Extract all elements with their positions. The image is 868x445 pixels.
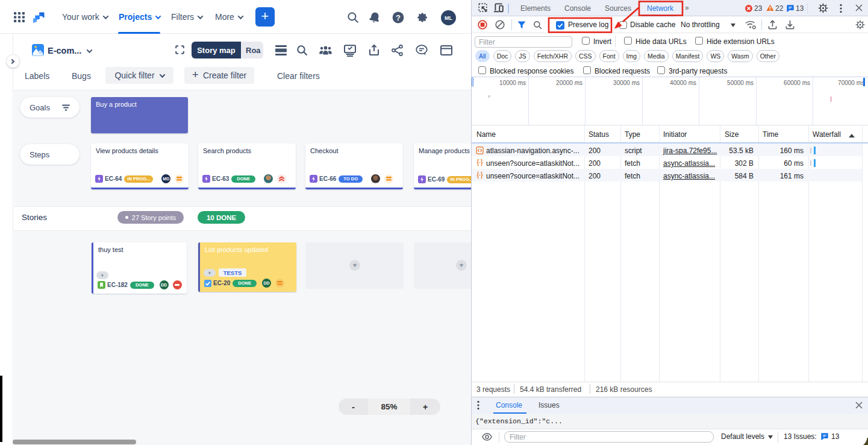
svg-text:?: ? [396, 13, 401, 22]
